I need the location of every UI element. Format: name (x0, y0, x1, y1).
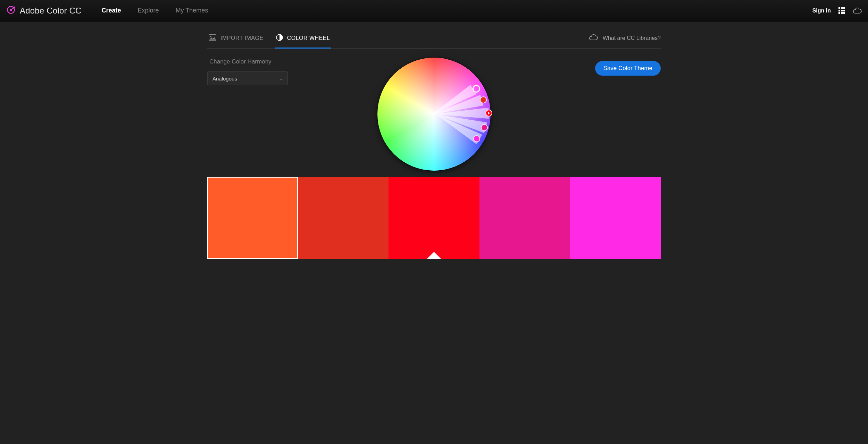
brand-title: Adobe Color CC (20, 6, 82, 16)
svg-point-5 (210, 36, 211, 37)
wheel-marker[interactable] (473, 135, 480, 142)
app-switcher-icon[interactable] (838, 7, 845, 14)
wheel-marker[interactable] (480, 96, 487, 103)
nav-explore[interactable]: Explore (138, 7, 159, 14)
image-icon (209, 34, 216, 42)
harmony-label: Change Color Harmony (209, 58, 288, 65)
tab-color-wheel[interactable]: COLOR WHEEL (275, 28, 332, 48)
creative-cloud-icon (589, 34, 598, 42)
swatch[interactable] (570, 177, 661, 259)
active-tab-underline (275, 48, 332, 49)
wheel-marker[interactable] (481, 124, 488, 131)
cc-libraries-label: What are CC Libraries? (603, 35, 661, 41)
brand: Adobe Color CC (6, 5, 82, 16)
half-circle-icon (276, 34, 283, 42)
base-color-pointer-icon (427, 252, 441, 259)
swatch[interactable] (389, 177, 479, 259)
topbar: Adobe Color CC Create Explore My Themes … (0, 0, 868, 22)
swatch-row (207, 177, 661, 259)
swatch[interactable] (479, 177, 570, 259)
wheel-ray (428, 85, 476, 120)
chevron-down-icon: ⌄ (279, 76, 283, 81)
sub-tabrow: IMPORT IMAGE COLOR WHEEL What are CC Lib… (207, 28, 661, 49)
tab-wheel-label: COLOR WHEEL (287, 35, 330, 41)
wheel-marker[interactable] (485, 110, 492, 117)
color-wheel[interactable] (377, 58, 491, 171)
tab-import-label: IMPORT IMAGE (220, 35, 264, 41)
wheel-ray (434, 109, 487, 133)
swatch[interactable] (207, 177, 298, 259)
harmony-value: Analogous (212, 76, 237, 82)
sign-in-link[interactable]: Sign In (812, 8, 831, 14)
wheel-ray (434, 108, 489, 120)
controls-row: Change Color Harmony Analogous ⌄ Save Co… (207, 58, 661, 176)
harmony-select[interactable]: Analogous ⌄ (207, 71, 288, 85)
nav-create[interactable]: Create (102, 7, 121, 14)
topbar-right: Sign In (812, 7, 862, 14)
primary-nav: Create Explore My Themes (102, 7, 208, 14)
color-wheel-wrap (377, 58, 491, 171)
creative-cloud-icon[interactable] (853, 8, 862, 14)
adobe-color-logo-icon (6, 5, 16, 16)
main-content: IMPORT IMAGE COLOR WHEEL What are CC Lib… (207, 28, 661, 259)
wheel-marker[interactable] (473, 85, 480, 93)
save-theme-button[interactable]: Save Color Theme (595, 61, 661, 76)
wheel-ray (431, 95, 483, 120)
cc-libraries-link[interactable]: What are CC Libraries? (589, 34, 661, 42)
harmony-block: Change Color Harmony Analogous ⌄ (207, 58, 288, 85)
nav-my-themes[interactable]: My Themes (176, 7, 208, 14)
swatch[interactable] (298, 177, 389, 259)
tab-import-image[interactable]: IMPORT IMAGE (207, 28, 265, 48)
